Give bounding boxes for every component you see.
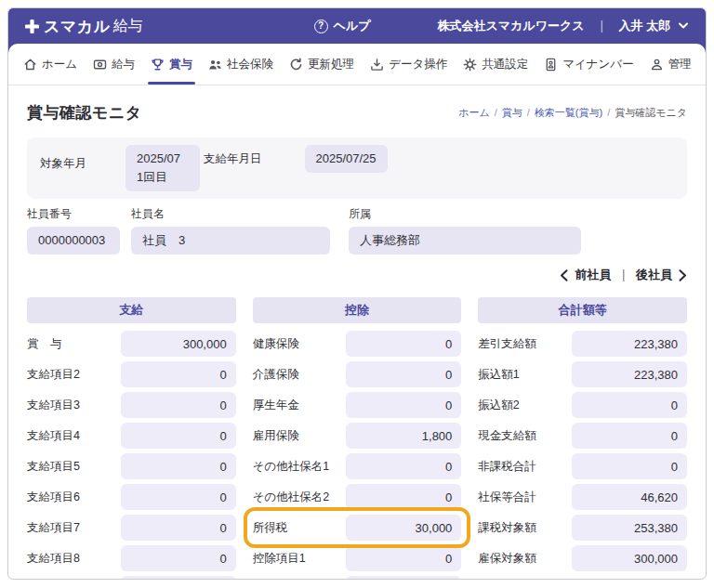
column-rows: 差引支給額223,380振込額1223,380振込額20現金支給額0非課税合計0… [478, 331, 687, 571]
row-label: その他社保名2 [253, 490, 330, 505]
nav-item-label: 給与 [112, 57, 135, 72]
row-payment-3: 支給項目30 [27, 392, 236, 418]
employee-number-label: 社員番号 [27, 206, 120, 222]
column-header-totals: 合計額等 [478, 297, 687, 323]
main-nav: ホーム給与賞与社会保険更新処理データ操作共通設定マイナンバー管理 [8, 44, 706, 85]
row-value: 0 [346, 484, 461, 510]
row-value: 0 [121, 576, 236, 580]
help-label: ヘルプ [334, 18, 371, 34]
nav-item-bonus[interactable]: 賞与 [151, 44, 192, 85]
row-value: 0 [121, 515, 236, 541]
nav-item-home[interactable]: ホーム [23, 44, 77, 85]
row-value: 253,380 [572, 515, 687, 541]
title-row: 賞与確認モニタ ホーム/賞与/検索一覧(賞与)/賞与確認モニタ [27, 100, 687, 124]
breadcrumb: ホーム/賞与/検索一覧(賞与)/賞与確認モニタ [458, 106, 687, 120]
row-deduction-6: その他社保名20 [253, 484, 462, 510]
row-payment-4: 支給項目40 [27, 423, 236, 449]
row-value: 223,380 [572, 331, 687, 357]
nav-item-label: 共通設定 [482, 57, 528, 72]
row-label: 差引支給額 [478, 336, 536, 352]
prev-employee-label: 前社員 [575, 267, 611, 283]
help-button[interactable]: ? ヘルプ [314, 18, 371, 34]
employee-dept-field: 所属 人事総務部 [330, 206, 581, 255]
row-value: 1,800 [346, 423, 461, 449]
row-totals-8: 雇保対象額300,000 [478, 545, 687, 571]
row-value: 300,000 [572, 545, 687, 571]
column-rows: 賞 与300,000支給項目20支給項目30支給項目40支給項目50支給項目60… [27, 331, 236, 580]
row-value: 0 [121, 484, 236, 510]
row-label: 非課税合計 [478, 459, 536, 475]
nav-item-admin[interactable]: 管理 [650, 44, 692, 85]
nav-item-label: ホーム [42, 57, 77, 72]
row-label: 厚生年金 [253, 398, 299, 413]
next-employee-button[interactable]: 後社員 [636, 267, 687, 283]
header-divider: ｜ [596, 18, 608, 34]
employee-info: 社員番号 0000000003 社員名 社員 3 所属 人事総務部 [27, 206, 687, 255]
help-icon: ? [314, 20, 328, 33]
pay-date-value-box: 2025/07/25 [305, 145, 388, 173]
row-deduction-1: 健康保険0 [253, 331, 462, 357]
nav-item-label: 社会保険 [227, 57, 273, 72]
prev-employee-button[interactable]: 前社員 [560, 267, 611, 283]
row-value: 0 [346, 331, 461, 357]
chevron-right-icon [679, 269, 687, 281]
column-header-payment: 支給 [27, 297, 236, 323]
breadcrumb-link[interactable]: 賞与 [502, 106, 522, 120]
nav-item-label: 更新処理 [308, 57, 354, 72]
row-value: 0 [572, 453, 687, 479]
refresh-icon [289, 58, 303, 72]
employee-dept-label: 所属 [349, 206, 581, 222]
nav-item-common-settings[interactable]: 共通設定 [463, 44, 528, 85]
column-deduction: 控除健康保険0介護保険0厚生年金0雇用保険1,800その他社保名10その他社保名… [253, 297, 462, 580]
column-header-deduction: 控除 [253, 297, 462, 323]
nav-item-salary[interactable]: 給与 [93, 44, 135, 85]
employee-dept-value: 人事総務部 [349, 227, 581, 255]
nav-item-social-insurance[interactable]: 社会保険 [208, 44, 273, 85]
column-rows: 健康保険0介護保険0厚生年金0雇用保険1,800その他社保名10その他社保名20… [253, 331, 462, 580]
nav-item-label: 賞与 [169, 57, 192, 72]
nav-item-my-number[interactable]: マイナンバー [544, 44, 633, 85]
nav-item-label: データ操作 [389, 57, 447, 72]
row-totals-3: 振込額20 [478, 392, 687, 418]
employee-number-value: 0000000003 [27, 227, 120, 255]
row-label: 社保等合計 [478, 490, 536, 505]
row-payment-8: 支給項目80 [27, 545, 236, 571]
row-payment-2: 支給項目20 [27, 361, 236, 387]
employee-name-label: 社員名 [131, 206, 330, 222]
chevron-left-icon [560, 269, 568, 281]
person-icon [650, 58, 664, 72]
trophy-icon [151, 58, 165, 72]
row-value: 46,620 [572, 484, 687, 510]
column-payment: 支給賞 与300,000支給項目20支給項目30支給項目40支給項目50支給項目… [27, 297, 236, 580]
row-deduction-8: 控除項目10 [253, 545, 462, 571]
row-label: 現金支給額 [478, 428, 536, 444]
row-payment-6: 支給項目60 [27, 484, 236, 510]
nav-item-label: 管理 [668, 57, 692, 72]
breadcrumb-link[interactable]: 検索一覧(賞与) [535, 106, 602, 120]
nav-item-update[interactable]: 更新処理 [289, 44, 354, 85]
next-employee-label: 後社員 [636, 267, 672, 283]
page-title: 賞与確認モニタ [27, 102, 142, 124]
row-deduction-5: その他社保名10 [253, 453, 462, 479]
salary-icon [93, 58, 107, 72]
row-deduction-3: 厚生年金0 [253, 392, 462, 418]
period-value-box: 2025/07 1回目 [126, 145, 200, 191]
row-label: 支給項目5 [27, 459, 80, 475]
account-area: 株式会社スマカルワークス ｜ 入井 太郎 [438, 18, 690, 34]
company-name: 株式会社スマカルワークス [438, 18, 585, 34]
row-label: 支給項目4 [27, 428, 80, 444]
employee-number-field: 社員番号 0000000003 [27, 206, 120, 255]
nav-item-data-operations[interactable]: データ操作 [370, 44, 447, 85]
user-menu[interactable]: 入井 太郎 [618, 18, 689, 34]
row-totals-4: 現金支給額0 [478, 423, 687, 449]
row-value: 0 [121, 453, 236, 479]
employee-nav: 前社員 ｜ 後社員 [27, 266, 687, 284]
employee-name-field: 社員名 社員 3 [120, 206, 330, 255]
app-header: スマカル 給与 ? ヘルプ 株式会社スマカルワークス ｜ 入井 太郎 [8, 8, 706, 44]
row-value: 0 [121, 361, 236, 387]
app-window: スマカル 給与 ? ヘルプ 株式会社スマカルワークス ｜ 入井 太郎 ホーム給与… [7, 7, 707, 580]
row-label: 振込額2 [478, 398, 519, 413]
period-round: 1回目 [137, 168, 189, 187]
breadcrumb-link[interactable]: ホーム [458, 106, 490, 120]
totals-grid: 支給賞 与300,000支給項目20支給項目30支給項目40支給項目50支給項目… [27, 297, 687, 580]
